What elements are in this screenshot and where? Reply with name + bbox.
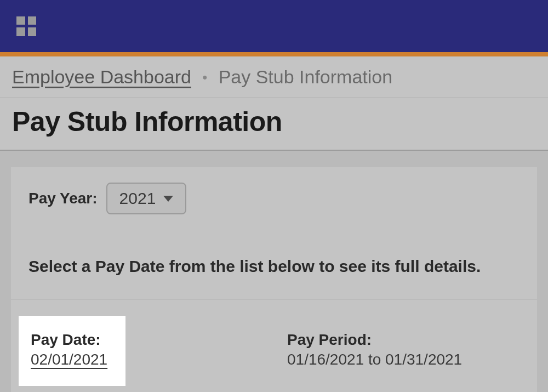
pay-date-label: Pay Date:: [31, 331, 109, 349]
pay-period-label: Pay Period:: [287, 331, 462, 349]
caret-down-icon: [163, 196, 173, 202]
pay-year-selected-value: 2021: [119, 189, 156, 208]
pay-stub-card: Pay Year: 2021 Select a Pay Date from th…: [11, 167, 537, 392]
top-nav: [0, 0, 548, 52]
pay-period-cell: Pay Period: 01/16/2021 to 01/31/2021: [125, 320, 462, 382]
page-title: Pay Stub Information: [12, 106, 536, 138]
pay-year-row: Pay Year: 2021: [28, 183, 520, 214]
pay-period-value: 01/16/2021 to 01/31/2021: [287, 351, 462, 368]
content-area: Pay Year: 2021 Select a Pay Date from th…: [0, 151, 548, 392]
pay-year-select[interactable]: 2021: [106, 183, 187, 214]
pay-year-label: Pay Year:: [28, 190, 98, 207]
breadcrumb-separator-icon: ●: [202, 72, 208, 82]
accent-bar: [0, 52, 548, 56]
instruction-text: Select a Pay Date from the list below to…: [28, 257, 520, 276]
pay-stub-row: Pay Date: 02/01/2021 Pay Period: 01/16/2…: [28, 299, 520, 392]
breadcrumb-link-dashboard[interactable]: Employee Dashboard: [12, 66, 191, 88]
page-title-bar: Pay Stub Information: [0, 98, 548, 151]
pay-date-cell: Pay Date: 02/01/2021: [19, 316, 125, 386]
breadcrumb-current: Pay Stub Information: [219, 66, 393, 88]
apps-grid-icon[interactable]: [16, 16, 36, 36]
breadcrumb: Employee Dashboard ● Pay Stub Informatio…: [0, 56, 548, 98]
pay-date-link[interactable]: 02/01/2021: [31, 351, 107, 368]
